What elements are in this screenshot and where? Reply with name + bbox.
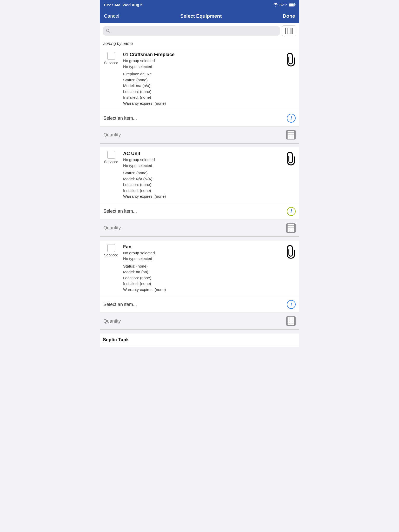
quantity-row-1 xyxy=(100,127,299,143)
done-button[interactable]: Done xyxy=(283,11,295,21)
search-wrapper[interactable] xyxy=(103,26,280,36)
select-item-text-2: Select an item... xyxy=(103,209,287,214)
section-gap-1 xyxy=(100,144,299,147)
svg-rect-2 xyxy=(295,4,296,5)
wifi-icon xyxy=(273,3,278,6)
section-gap-3 xyxy=(100,330,299,334)
equipment-section-2: Serviced AC Unit No group selected No ty… xyxy=(100,147,299,237)
paperclip-button-2[interactable] xyxy=(287,151,296,165)
svg-rect-10 xyxy=(291,28,291,34)
barcode-icon xyxy=(285,27,293,35)
nav-bar: Cancel Select Equipment Done xyxy=(100,9,299,23)
status-bar: 10:27 AM Wed Aug 5 82% xyxy=(100,0,299,9)
info-button-1[interactable]: i xyxy=(287,114,296,123)
quantity-row-2 xyxy=(100,220,299,237)
partial-equipment-card: Septic Tank xyxy=(100,334,299,347)
equipment-card-3: Serviced Fan No group selected No type s… xyxy=(100,241,299,297)
svg-point-3 xyxy=(107,29,109,32)
calc-button-2[interactable] xyxy=(286,223,296,233)
svg-rect-5 xyxy=(285,28,286,34)
equipment-section-3: Serviced Fan No group selected No type s… xyxy=(100,241,299,330)
info-button-3[interactable]: i xyxy=(287,300,296,309)
select-item-row-1[interactable]: Select an item... i xyxy=(100,110,299,127)
paperclip-icon-2 xyxy=(287,151,296,165)
equipment-name-2: AC Unit xyxy=(123,151,285,156)
serviced-col-1: Serviced xyxy=(103,52,119,65)
paperclip-icon-3 xyxy=(287,245,296,259)
serviced-checkbox-2[interactable] xyxy=(107,151,115,159)
quantity-row-3 xyxy=(100,313,299,330)
calc-icon-1 xyxy=(288,131,294,139)
equipment-info-2: AC Unit No group selected No type select… xyxy=(123,151,285,200)
paperclip-icon-1 xyxy=(287,52,296,66)
quantity-input-2[interactable] xyxy=(103,225,286,231)
calc-button-1[interactable] xyxy=(286,130,296,139)
calc-button-3[interactable] xyxy=(286,316,296,326)
cancel-button[interactable]: Cancel xyxy=(104,11,119,21)
equipment-name-3: Fan xyxy=(123,244,285,250)
serviced-label-2: Serviced xyxy=(104,160,118,164)
equipment-info-3: Fan No group selected No type selected S… xyxy=(123,244,285,293)
serviced-label-3: Serviced xyxy=(104,253,118,257)
equipment-card-1: Serviced 01 Craftsman Fireplace No group… xyxy=(100,48,299,110)
svg-line-4 xyxy=(109,32,110,33)
svg-rect-1 xyxy=(289,4,294,6)
battery-icon xyxy=(289,3,296,6)
equipment-section-1: Serviced 01 Craftsman Fireplace No group… xyxy=(100,48,299,144)
barcode-button[interactable] xyxy=(282,25,296,36)
svg-rect-11 xyxy=(292,28,292,34)
serviced-col-2: Serviced xyxy=(103,151,119,164)
equipment-name-1: 01 Craftsman Fireplace xyxy=(123,52,285,57)
calc-icon-3 xyxy=(288,317,294,325)
equipment-meta-1: No group selected No type selected Firep… xyxy=(123,58,285,106)
partial-equipment-name: Septic Tank xyxy=(103,337,296,343)
equipment-info-1: 01 Craftsman Fireplace No group selected… xyxy=(123,52,285,106)
select-item-row-3[interactable]: Select an item... i xyxy=(100,296,299,313)
svg-rect-6 xyxy=(287,28,287,34)
section-gap-2 xyxy=(100,237,299,241)
battery-text: 82% xyxy=(280,3,287,7)
select-item-text-3: Select an item... xyxy=(103,302,287,307)
serviced-checkbox-1[interactable] xyxy=(107,52,115,60)
paperclip-button-1[interactable] xyxy=(287,52,296,66)
serviced-label-1: Serviced xyxy=(104,61,118,65)
equipment-meta-2: No group selected No type selected Statu… xyxy=(123,157,285,200)
svg-rect-8 xyxy=(289,28,289,34)
search-input[interactable] xyxy=(112,28,277,34)
paperclip-button-3[interactable] xyxy=(287,244,296,259)
serviced-col-3: Serviced xyxy=(103,244,119,257)
svg-rect-9 xyxy=(290,28,290,34)
quantity-input-1[interactable] xyxy=(103,132,286,138)
serviced-checkbox-3[interactable] xyxy=(107,244,115,252)
sorting-label: sorting by name xyxy=(100,39,299,48)
search-icon xyxy=(106,29,110,33)
nav-title: Select Equipment xyxy=(180,13,222,19)
info-button-2[interactable]: i xyxy=(287,207,296,216)
svg-rect-7 xyxy=(288,28,288,34)
status-time: 10:27 AM Wed Aug 5 xyxy=(103,3,142,7)
status-icons: 82% xyxy=(273,3,296,7)
equipment-card-2: Serviced AC Unit No group selected No ty… xyxy=(100,147,299,203)
select-item-text-1: Select an item... xyxy=(103,116,287,121)
search-bar-container xyxy=(100,23,299,39)
calc-icon-2 xyxy=(288,224,294,232)
equipment-meta-3: No group selected No type selected Statu… xyxy=(123,250,285,293)
quantity-input-3[interactable] xyxy=(103,318,286,324)
select-item-row-2[interactable]: Select an item... i xyxy=(100,203,299,220)
